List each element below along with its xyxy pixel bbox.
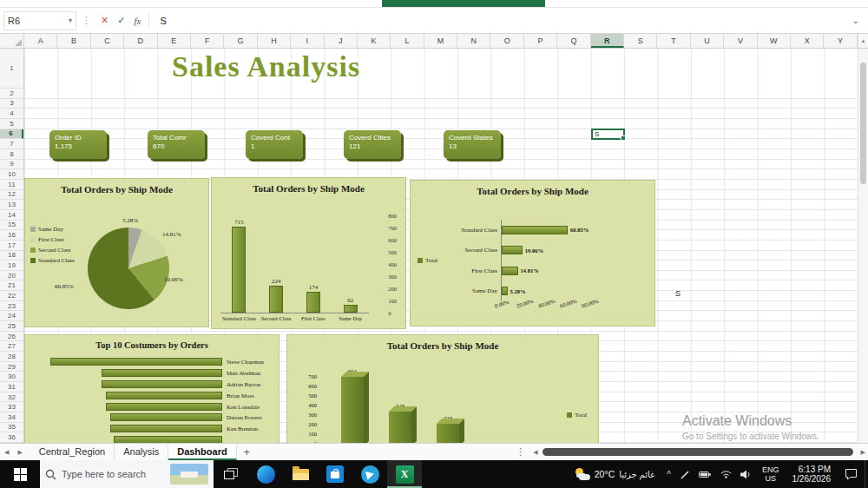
row-header-5[interactable]: 5 [0, 119, 23, 129]
row-header-27[interactable]: 27 [0, 341, 23, 352]
show-desktop-button[interactable] [865, 460, 868, 488]
row-header-21[interactable]: 21 [0, 280, 23, 291]
row-header-16[interactable]: 16 [0, 230, 23, 241]
row-header-34[interactable]: 34 [0, 412, 23, 423]
taskbar-search[interactable]: Type here to search [40, 460, 214, 488]
column-header-Q[interactable]: Q [557, 34, 590, 48]
row-header-10[interactable]: 10 [0, 169, 23, 180]
column-header-O[interactable]: O [490, 34, 523, 48]
active-cell[interactable]: S [591, 129, 625, 140]
top10-chart-panel[interactable]: Top 10 Costumers by Orders Steve Chapman… [24, 334, 279, 443]
column-header-E[interactable]: E [158, 34, 191, 48]
select-all-button[interactable] [0, 34, 24, 48]
kpi-card-4[interactable]: Coverd States13 [444, 130, 501, 159]
row-header-12[interactable]: 12 [0, 190, 23, 201]
column-header-T[interactable]: T [657, 34, 690, 48]
column-chart-panel[interactable]: Total Orders by Ship Mode 715Standard Cl… [211, 177, 406, 329]
column-header-S[interactable]: S [624, 34, 657, 48]
vertical-scrollbar[interactable] [858, 49, 868, 443]
row-header-8[interactable]: 8 [0, 149, 23, 160]
pie-chart-panel[interactable]: Total Orders by Ship Mode Same DayFirst … [24, 178, 209, 327]
store-icon[interactable] [318, 460, 352, 488]
column-header-C[interactable]: C [91, 34, 124, 48]
row-header-20[interactable]: 20 [0, 271, 23, 281]
row-header-17[interactable]: 17 [0, 241, 23, 251]
column-header-F[interactable]: F [191, 34, 224, 48]
hidden-icons-button[interactable]: ^ [661, 470, 676, 479]
row-header-2[interactable]: 2 [0, 89, 23, 99]
row-header-18[interactable]: 18 [0, 251, 23, 261]
row-header-7[interactable]: 7 [0, 139, 23, 149]
language-indicator[interactable]: ENG US [756, 465, 786, 483]
row-header-6[interactable]: 6 [0, 129, 23, 140]
row-header-31[interactable]: 31 [0, 382, 23, 392]
row-header-26[interactable]: 26 [0, 332, 23, 342]
row-header-25[interactable]: 25 [0, 321, 23, 332]
row-header-33[interactable]: 33 [0, 402, 23, 412]
tab-nav-right-icon[interactable]: ▶ [13, 449, 26, 456]
wifi-icon[interactable] [716, 470, 736, 478]
tab-nav-left-icon[interactable]: ◀ [0, 449, 13, 456]
row-header-23[interactable]: 23 [0, 301, 23, 312]
column-header-V[interactable]: V [724, 34, 757, 48]
edge-icon[interactable] [248, 460, 283, 488]
pen-icon[interactable] [676, 470, 694, 479]
clock[interactable]: 6:13 PM 1/26/2026 [786, 465, 838, 484]
hscroll-left-icon[interactable]: ◀ [530, 449, 540, 456]
tab-more-icon[interactable]: ⋮ [510, 446, 530, 458]
row-header-15[interactable]: 15 [0, 221, 23, 231]
enter-button[interactable]: ✓ [113, 15, 129, 26]
sheet-tab-Analysis[interactable]: Analysis [115, 444, 168, 460]
row-header-35[interactable]: 35 [0, 423, 23, 433]
weather-widget[interactable]: 20°C غائم جزئيا [568, 460, 662, 488]
column-header-N[interactable]: N [457, 34, 490, 48]
row-header-3[interactable]: 3 [0, 99, 23, 109]
row-header-32[interactable]: 32 [0, 392, 23, 403]
column-header-G[interactable]: G [224, 34, 257, 48]
cancel-button[interactable]: ✕ [96, 15, 113, 26]
row-header-36[interactable]: 36 [0, 432, 23, 443]
column-header-A[interactable]: A [24, 34, 57, 48]
add-sheet-button[interactable]: + [237, 446, 257, 458]
row-header-13[interactable]: 13 [0, 200, 23, 210]
row-header-22[interactable]: 22 [0, 291, 23, 301]
row-header-30[interactable]: 30 [0, 372, 23, 382]
row-header-9[interactable]: 9 [0, 160, 23, 170]
row-header-4[interactable]: 4 [0, 109, 23, 119]
row-header-11[interactable]: 11 [0, 180, 23, 190]
hscroll-right-icon[interactable]: ▶ [858, 449, 868, 456]
column-header-H[interactable]: H [258, 34, 291, 48]
hbar-chart-panel[interactable]: Total Orders by Ship Mode Total Standard… [410, 180, 655, 326]
sheet-tab-Central_Region[interactable]: Central_Region [30, 444, 115, 460]
column-header-W[interactable]: W [758, 34, 791, 48]
search-highlight-image[interactable] [170, 464, 208, 485]
name-box-dropdown-icon[interactable]: ▾ [69, 16, 72, 24]
sheet-tab-Dashboard[interactable]: Dashboard [168, 444, 236, 460]
collapse-formula-bar-icon[interactable]: ⌄ [852, 16, 859, 25]
horizontal-scrollbar-thumb[interactable] [542, 448, 853, 456]
column-header-R[interactable]: R [591, 34, 624, 48]
column-header-I[interactable]: I [291, 34, 324, 48]
action-center-button[interactable] [838, 468, 865, 480]
start-button[interactable] [0, 460, 40, 488]
volume-icon[interactable] [736, 470, 756, 479]
insert-function-button[interactable]: fx [129, 16, 145, 26]
column-header-P[interactable]: P [524, 34, 557, 48]
column-header-U[interactable]: U [691, 34, 724, 48]
vertical-scrollbar-thumb[interactable] [860, 63, 866, 184]
kpi-card-2[interactable]: Coverd Cont1 [246, 130, 303, 159]
row-header-1[interactable]: 1 [0, 49, 23, 89]
kpi-card-0[interactable]: Order ID1,175 [49, 130, 107, 159]
kpi-card-1[interactable]: Total Comr670 [148, 130, 205, 159]
column-header-X[interactable]: X [791, 34, 824, 48]
formula-input[interactable]: S [160, 16, 166, 26]
row-header-19[interactable]: 19 [0, 260, 23, 271]
bar3d-chart-panel[interactable]: Total Orders by Ship Mode 70060050040030… [286, 334, 599, 443]
file-explorer-icon[interactable] [283, 460, 318, 488]
row-header-28[interactable]: 28 [0, 352, 23, 362]
column-header-K[interactable]: K [358, 34, 391, 48]
column-header-D[interactable]: D [124, 34, 157, 48]
column-header-M[interactable]: M [424, 34, 457, 48]
task-view-button[interactable] [214, 460, 248, 488]
column-header-L[interactable]: L [391, 34, 424, 48]
